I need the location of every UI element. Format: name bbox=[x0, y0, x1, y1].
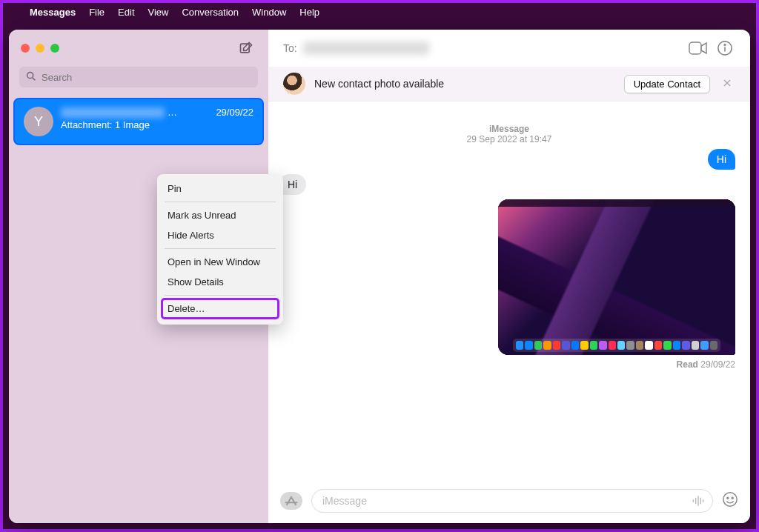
to-recipient[interactable] bbox=[303, 41, 429, 55]
dock-app-icon bbox=[516, 341, 523, 350]
receipt-label: Read bbox=[677, 359, 698, 370]
dock-app-icon bbox=[700, 341, 708, 350]
dock-app-icon bbox=[710, 341, 717, 350]
search-icon bbox=[25, 70, 37, 85]
message-row-incoming: Hi bbox=[279, 174, 735, 195]
appstore-icon bbox=[285, 496, 298, 506]
context-mark-unread[interactable]: Mark as Unread bbox=[157, 205, 283, 225]
dock-app-icon bbox=[525, 341, 532, 350]
composer bbox=[268, 482, 750, 523]
receipt-date: 29/09/22 bbox=[700, 359, 735, 370]
conversation-list: Y … 29/09/22 Attachment: 1 Image bbox=[9, 95, 268, 148]
menu-view[interactable]: View bbox=[148, 7, 169, 18]
context-pin[interactable]: Pin bbox=[157, 179, 283, 199]
banner-text: New contact photo available bbox=[314, 78, 615, 90]
waveform-icon bbox=[691, 493, 706, 508]
window-controls bbox=[21, 44, 59, 53]
banner-close-button[interactable] bbox=[719, 76, 735, 92]
message-row-outgoing: Hi bbox=[283, 149, 735, 170]
contact-photo-banner: New contact photo available Update Conta… bbox=[268, 67, 750, 102]
contact-memoji bbox=[283, 73, 305, 95]
menu-window[interactable]: Window bbox=[252, 7, 286, 18]
svg-point-1 bbox=[27, 73, 33, 79]
attachment-dock bbox=[513, 339, 720, 352]
service-label: iMessage bbox=[283, 124, 735, 134]
outgoing-image-attachment[interactable] bbox=[498, 199, 735, 355]
sidebar: Y … 29/09/22 Attachment: 1 Image Pin Mar… bbox=[9, 30, 268, 523]
dock-app-icon bbox=[617, 341, 625, 350]
dock-app-icon bbox=[590, 341, 597, 350]
dock-app-icon bbox=[673, 341, 680, 350]
attachment-wallpaper bbox=[498, 199, 735, 355]
svg-line-2 bbox=[33, 78, 35, 80]
details-button[interactable] bbox=[715, 38, 735, 59]
svg-point-6 bbox=[724, 44, 725, 45]
svg-point-16 bbox=[727, 497, 729, 499]
menu-conversation[interactable]: Conversation bbox=[182, 7, 239, 18]
dictation-button[interactable] bbox=[691, 493, 706, 511]
dock-app-icon bbox=[654, 341, 662, 350]
context-show-details[interactable]: Show Details bbox=[157, 272, 283, 292]
video-icon bbox=[689, 41, 708, 55]
context-open-new-window[interactable]: Open in New Window bbox=[157, 252, 283, 272]
close-window-button[interactable] bbox=[21, 44, 30, 53]
dock-app-icon bbox=[580, 341, 588, 350]
minimize-window-button[interactable] bbox=[36, 44, 44, 53]
dock-app-icon bbox=[599, 341, 606, 350]
apps-button[interactable] bbox=[280, 492, 302, 510]
search-input[interactable] bbox=[19, 67, 258, 87]
emoji-picker-button[interactable] bbox=[722, 491, 738, 511]
dock-app-icon bbox=[562, 341, 569, 350]
dock-app-icon bbox=[645, 341, 652, 350]
svg-point-15 bbox=[723, 492, 737, 505]
macos-menubar: Messages File Edit View Conversation Win… bbox=[3, 3, 756, 21]
conversation-item[interactable]: Y … 29/09/22 Attachment: 1 Image bbox=[13, 98, 264, 145]
conversation-date: 29/09/22 bbox=[216, 107, 253, 118]
zoom-window-button[interactable] bbox=[50, 44, 59, 53]
dock-app-icon bbox=[636, 341, 643, 350]
messages-window: Y … 29/09/22 Attachment: 1 Image Pin Mar… bbox=[9, 30, 750, 523]
message-input[interactable] bbox=[311, 489, 713, 513]
dock-app-icon bbox=[553, 341, 560, 350]
close-icon bbox=[722, 78, 732, 88]
conversation-pane: To: New contact photo available Update C… bbox=[268, 30, 750, 523]
to-label: To: bbox=[283, 42, 297, 54]
context-hide-alerts[interactable]: Hide Alerts bbox=[157, 225, 283, 245]
dock-app-icon bbox=[571, 341, 579, 350]
compose-button[interactable] bbox=[236, 38, 256, 59]
smiley-icon bbox=[722, 491, 738, 508]
conversation-name bbox=[61, 107, 165, 118]
read-receipt: Read 29/09/22 bbox=[283, 359, 735, 370]
context-separator bbox=[165, 248, 276, 249]
dock-app-icon bbox=[609, 341, 616, 350]
dock-app-icon bbox=[682, 341, 689, 350]
app-menu[interactable]: Messages bbox=[30, 7, 76, 18]
timestamp-text: 29 Sep 2022 at 19:47 bbox=[467, 134, 552, 144]
sidebar-titlebar bbox=[9, 30, 268, 67]
conversation-preview: Attachment: 1 Image bbox=[61, 119, 253, 130]
update-contact-button[interactable]: Update Contact bbox=[624, 75, 710, 93]
search-wrapper bbox=[9, 67, 268, 95]
facetime-button[interactable] bbox=[688, 38, 709, 59]
dock-app-icon bbox=[534, 341, 542, 350]
conversation-context-menu: Pin Mark as Unread Hide Alerts Open in N… bbox=[157, 174, 283, 325]
conversation-header: To: bbox=[268, 30, 750, 67]
outgoing-message[interactable]: Hi bbox=[708, 149, 735, 170]
menu-edit[interactable]: Edit bbox=[118, 7, 134, 18]
menu-help[interactable]: Help bbox=[299, 7, 319, 18]
attachment-menubar bbox=[498, 199, 735, 207]
timestamp: iMessage 29 Sep 2022 at 19:47 bbox=[283, 124, 735, 144]
message-thread[interactable]: iMessage 29 Sep 2022 at 19:47 Hi Hi Read… bbox=[268, 102, 750, 482]
dock-app-icon bbox=[626, 341, 634, 350]
context-delete[interactable]: Delete… bbox=[162, 299, 279, 319]
svg-point-17 bbox=[732, 497, 733, 499]
menu-file[interactable]: File bbox=[89, 7, 105, 18]
avatar: Y bbox=[24, 107, 53, 136]
info-icon bbox=[717, 40, 733, 56]
context-separator bbox=[165, 202, 276, 202]
dock-app-icon bbox=[692, 341, 699, 350]
message-row-outgoing-image bbox=[283, 199, 735, 355]
conversation-name-truncation: … bbox=[168, 107, 177, 118]
svg-rect-3 bbox=[689, 42, 701, 54]
message-input-wrapper bbox=[311, 489, 713, 513]
